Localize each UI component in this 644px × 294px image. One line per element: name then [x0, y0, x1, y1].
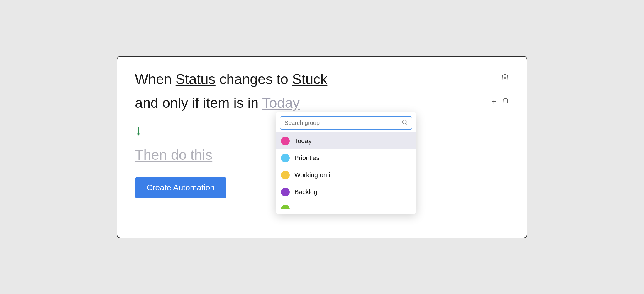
when-prefix: When	[135, 71, 176, 87]
create-automation-button[interactable]: Create Automation	[135, 177, 226, 198]
search-box	[280, 116, 412, 130]
delete-when-button[interactable]	[501, 73, 509, 83]
item-label-backlog: Backlog	[294, 188, 317, 196]
when-statement: When Status changes to Stuck	[135, 71, 327, 88]
item-label-today: Today	[294, 137, 312, 145]
item-label-priorities: Priorities	[294, 154, 320, 162]
condition-row: and only if item is in Today +	[135, 95, 509, 112]
list-item[interactable]: Working on it	[276, 167, 416, 184]
list-item[interactable]: Priorities	[276, 149, 416, 167]
condition-actions: +	[492, 97, 509, 106]
stuck-value[interactable]: Stuck	[292, 71, 327, 87]
svg-line-1	[406, 123, 407, 125]
automation-card: When Status changes to Stuck and only if…	[117, 56, 527, 238]
color-dot-backlog	[281, 188, 290, 196]
when-row: When Status changes to Stuck	[135, 71, 509, 88]
list-item[interactable]: Today	[276, 132, 416, 149]
changes-to-text: changes to	[216, 71, 292, 87]
color-dot-working	[281, 171, 290, 179]
group-dropdown[interactable]: Today Priorities Working on it Backlog	[276, 112, 416, 214]
group-list: Today Priorities Working on it Backlog	[276, 132, 416, 214]
search-icon	[402, 119, 408, 127]
condition-prefix: and only if item is in	[135, 95, 262, 111]
today-value[interactable]: Today	[262, 95, 300, 111]
condition-statement: and only if item is in Today	[135, 95, 300, 112]
item-label-working: Working on it	[294, 171, 332, 179]
color-dot-priorities	[281, 154, 290, 162]
list-item-partial[interactable]	[276, 201, 416, 214]
color-dot-partial	[281, 205, 290, 209]
search-input[interactable]	[284, 120, 402, 126]
add-condition-button[interactable]: +	[492, 97, 496, 106]
status-trigger[interactable]: Status	[176, 71, 216, 87]
list-item[interactable]: Backlog	[276, 184, 416, 201]
color-dot-today	[281, 137, 290, 145]
delete-condition-button[interactable]	[502, 97, 509, 106]
